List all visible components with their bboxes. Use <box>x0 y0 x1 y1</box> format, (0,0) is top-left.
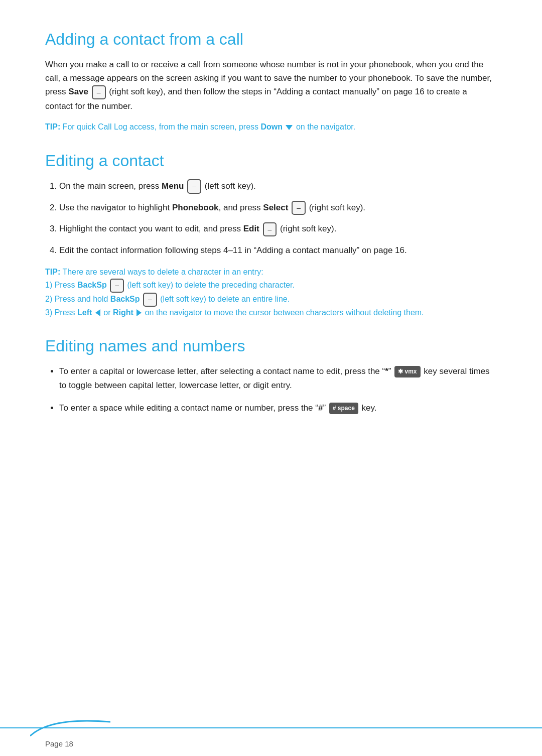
backsp-key-1: – <box>110 279 124 293</box>
tip-prefix-1: TIP: For quick Call Log access, from the… <box>45 122 355 131</box>
step-2: Use the navigator to highlight Phonebook… <box>59 201 497 215</box>
adding-heading: Adding a contact from a call <box>45 30 497 49</box>
tip-prefix-2: TIP: There are several ways to delete a … <box>45 268 263 276</box>
adding-save-bold: Save <box>68 87 88 96</box>
step3-edit: Edit <box>243 224 259 233</box>
editing-contact-steps: On the main screen, press Menu – (left s… <box>59 179 497 257</box>
save-softkey-icon: – <box>92 85 106 99</box>
bullet-1: To enter a capital or lowercase letter, … <box>59 364 497 392</box>
adding-body-cont: (right soft key), and then follow the st… <box>45 87 467 111</box>
page-content: Adding a contact from a call When you ma… <box>0 0 542 483</box>
tip-line4: 3) Press Left or Right on the navigator … <box>45 308 424 317</box>
page-footer: Page 18 <box>0 721 542 756</box>
step1-menu-key: – <box>187 179 201 193</box>
step3-edit-key: – <box>263 222 277 236</box>
adding-section: Adding a contact from a call When you ma… <box>45 30 497 134</box>
editing-names-bullets: To enter a capital or lowercase letter, … <box>59 364 497 415</box>
hash-key-badge: # space <box>329 403 358 414</box>
down-arrow-icon <box>286 125 293 130</box>
editing-contact-tip: TIP: There are several ways to delete a … <box>45 266 497 319</box>
step2-phonebook: Phonebook <box>172 203 219 212</box>
editing-contact-section: Editing a contact On the main screen, pr… <box>45 152 497 319</box>
adding-body: When you make a call to or receive a cal… <box>45 58 497 113</box>
backsp-key-2: – <box>143 293 157 307</box>
step1-menu: Menu <box>162 181 184 191</box>
editing-names-heading: Editing names and numbers <box>45 337 497 355</box>
step2-select-key: – <box>292 201 306 215</box>
editing-contact-heading: Editing a contact <box>45 152 497 170</box>
step-3: Highlight the contact you want to edit, … <box>59 222 497 236</box>
footer-curve <box>30 717 110 737</box>
tip-line3: 2) Press and hold BackSp – (left soft ke… <box>45 295 290 303</box>
right-arrow-icon <box>137 309 142 316</box>
bullet-2: To enter a space while editing a contact… <box>59 401 497 415</box>
step-4: Edit the contact information following s… <box>59 243 497 257</box>
star-key-label: * <box>385 366 388 376</box>
left-arrow-icon <box>95 309 100 316</box>
page-number: Page 18 <box>45 739 73 748</box>
star-key-badge: ✱ vmx <box>394 366 420 377</box>
hash-key-label: # <box>318 403 323 413</box>
editing-names-section: Editing names and numbers To enter a cap… <box>45 337 497 415</box>
step-1: On the main screen, press Menu – (left s… <box>59 179 497 194</box>
step2-select: Select <box>263 203 288 212</box>
adding-tip: TIP: For quick Call Log access, from the… <box>45 121 497 134</box>
tip-line2: 1) Press BackSp – (left soft key) to del… <box>45 281 295 289</box>
